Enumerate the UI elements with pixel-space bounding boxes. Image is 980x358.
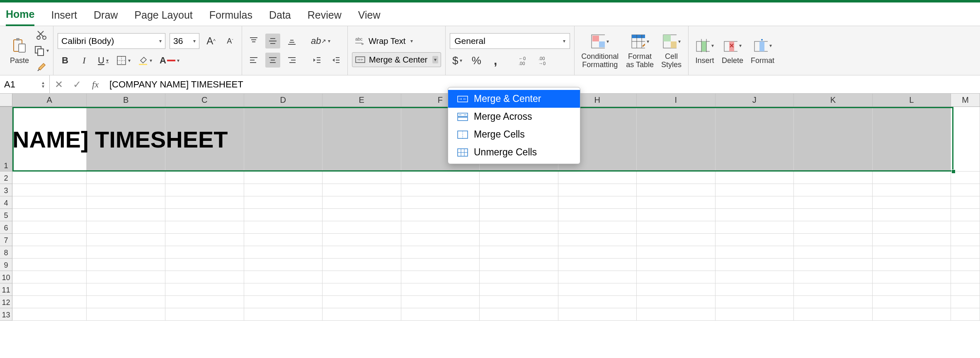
cell-a3[interactable]: [12, 184, 87, 196]
cell-k4[interactable]: [794, 196, 873, 209]
column-header-i[interactable]: I: [637, 94, 716, 106]
cell-c6[interactable]: [165, 221, 244, 234]
cell-k10[interactable]: [794, 271, 873, 283]
cell-a6[interactable]: [12, 221, 87, 234]
cell-b1[interactable]: [87, 107, 165, 172]
cell-h4[interactable]: [558, 196, 637, 209]
menu-merge-across[interactable]: Merge Across: [448, 108, 580, 126]
cell-d8[interactable]: [244, 246, 323, 259]
cut-button[interactable]: [34, 29, 49, 41]
cell-a10[interactable]: [12, 271, 87, 283]
cell-h7[interactable]: [558, 234, 637, 246]
percent-button[interactable]: %: [469, 53, 484, 68]
cell-f11[interactable]: [401, 283, 480, 296]
cell-i2[interactable]: [637, 172, 716, 184]
cell-e1[interactable]: [323, 107, 401, 172]
cell-e12[interactable]: [323, 296, 401, 308]
cell-e5[interactable]: [323, 209, 401, 221]
tab-home[interactable]: Home: [6, 8, 34, 26]
align-left-button[interactable]: [246, 53, 261, 68]
cell-m10[interactable]: [951, 271, 980, 283]
cell-c9[interactable]: [165, 259, 244, 271]
cell-f7[interactable]: [401, 234, 480, 246]
format-cells-button[interactable]: ▾ Format: [748, 35, 777, 66]
cell-k3[interactable]: [794, 184, 873, 196]
cell-f13[interactable]: [401, 308, 480, 321]
cell-c11[interactable]: [165, 283, 244, 296]
cell-d7[interactable]: [244, 234, 323, 246]
cell-d5[interactable]: [244, 209, 323, 221]
cell-l7[interactable]: [873, 234, 951, 246]
cell-b10[interactable]: [87, 271, 165, 283]
column-header-e[interactable]: E: [323, 94, 401, 106]
cell-b2[interactable]: [87, 172, 165, 184]
cell-g8[interactable]: [480, 246, 558, 259]
tab-data[interactable]: Data: [269, 9, 291, 25]
menu-merge-center[interactable]: Merge & Center: [448, 90, 580, 108]
cell-i12[interactable]: [637, 296, 716, 308]
cell-e4[interactable]: [323, 196, 401, 209]
conditional-formatting-button[interactable]: ▾ Conditional Formatting: [579, 31, 621, 70]
cell-k7[interactable]: [794, 234, 873, 246]
cell-j2[interactable]: [716, 172, 794, 184]
menu-merge-cells[interactable]: Merge Cells: [448, 126, 580, 143]
cell-k9[interactable]: [794, 259, 873, 271]
cell-m11[interactable]: [951, 283, 980, 296]
tab-review[interactable]: Review: [308, 9, 342, 25]
cell-g11[interactable]: [480, 283, 558, 296]
align-middle-button[interactable]: [265, 34, 280, 48]
row-header-13[interactable]: 13: [0, 308, 12, 321]
column-header-j[interactable]: J: [716, 94, 794, 106]
cell-g10[interactable]: [480, 271, 558, 283]
cell-f6[interactable]: [401, 221, 480, 234]
format-painter-button[interactable]: [34, 60, 49, 73]
cell-h11[interactable]: [558, 283, 637, 296]
cell-l2[interactable]: [873, 172, 951, 184]
cell-i10[interactable]: [637, 271, 716, 283]
cell-c7[interactable]: [165, 234, 244, 246]
cell-e3[interactable]: [323, 184, 401, 196]
cell-i4[interactable]: [637, 196, 716, 209]
cell-l8[interactable]: [873, 246, 951, 259]
cell-j4[interactable]: [716, 196, 794, 209]
cell-j6[interactable]: [716, 221, 794, 234]
cell-j8[interactable]: [716, 246, 794, 259]
cell-e9[interactable]: [323, 259, 401, 271]
increase-decimal-button[interactable]: ←0.00: [517, 53, 533, 68]
row-header-10[interactable]: 10: [0, 271, 12, 283]
cell-k2[interactable]: [794, 172, 873, 184]
cell-k6[interactable]: [794, 221, 873, 234]
align-top-button[interactable]: [246, 34, 261, 48]
cell-l5[interactable]: [873, 209, 951, 221]
cell-e7[interactable]: [323, 234, 401, 246]
cell-j9[interactable]: [716, 259, 794, 271]
cell-c5[interactable]: [165, 209, 244, 221]
cell-l1[interactable]: [873, 107, 951, 172]
paste-button[interactable]: Paste: [7, 35, 32, 66]
row-header-4[interactable]: 4: [0, 196, 12, 209]
cell-e6[interactable]: [323, 221, 401, 234]
cell-l13[interactable]: [873, 308, 951, 321]
cell-e13[interactable]: [323, 308, 401, 321]
cell-f5[interactable]: [401, 209, 480, 221]
cell-f3[interactable]: [401, 184, 480, 196]
cell-a4[interactable]: [12, 196, 87, 209]
decrease-decimal-button[interactable]: .00→0: [537, 53, 553, 68]
column-header-a[interactable]: A: [12, 94, 87, 106]
menu-unmerge-cells[interactable]: Unmerge Cells: [448, 143, 580, 161]
cell-g13[interactable]: [480, 308, 558, 321]
cell-j1[interactable]: [716, 107, 794, 172]
cell-l11[interactable]: [873, 283, 951, 296]
number-format-select[interactable]: General▾: [450, 33, 570, 49]
cell-c3[interactable]: [165, 184, 244, 196]
font-size-select[interactable]: 36▾: [170, 33, 199, 49]
cell-m9[interactable]: [951, 259, 980, 271]
cell-j7[interactable]: [716, 234, 794, 246]
insert-cells-button[interactable]: ▾ Insert: [693, 35, 717, 66]
fill-color-button[interactable]: ▾: [136, 53, 154, 68]
cell-b13[interactable]: [87, 308, 165, 321]
tab-insert[interactable]: Insert: [51, 9, 77, 25]
cell-j5[interactable]: [716, 209, 794, 221]
row-header-12[interactable]: 12: [0, 296, 12, 308]
cell-l4[interactable]: [873, 196, 951, 209]
